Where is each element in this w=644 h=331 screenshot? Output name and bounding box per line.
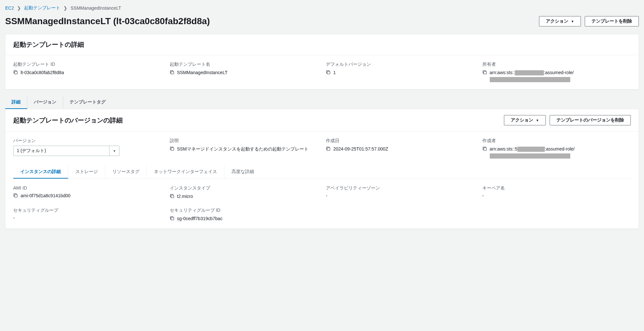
svg-rect-9 bbox=[171, 217, 174, 220]
redacted-icon bbox=[490, 153, 570, 159]
delete-version-button[interactable]: テンプレートのバージョンを削除 bbox=[550, 115, 631, 125]
field-creator: 作成者 arn:aws:sts::5:assumed-role/ bbox=[482, 138, 631, 159]
field-ami-id: AMI ID ami-0f75d1a8c9141bd00 bbox=[13, 185, 162, 200]
breadcrumb: EC2 ❯ 起動テンプレート ❯ SSMManagedInstanceLT bbox=[5, 5, 639, 11]
copy-icon[interactable] bbox=[326, 146, 331, 151]
breadcrumb-current: SSMManagedInstanceLT bbox=[71, 5, 121, 11]
field-value: - bbox=[13, 215, 15, 220]
svg-rect-8 bbox=[171, 195, 174, 198]
caret-down-icon: ▼ bbox=[571, 20, 574, 23]
field-value: 2024-09-25T01:57:57.000Z bbox=[333, 146, 388, 152]
field-value: - bbox=[326, 193, 327, 198]
field-lt-id: 起動テンプレート ID lt-03ca0c80fab2f8d8a bbox=[13, 62, 162, 83]
svg-rect-5 bbox=[327, 148, 330, 150]
template-details-title: 起動テンプレートの詳細 bbox=[13, 40, 631, 49]
tab-instance-details[interactable]: インスタンスの詳細 bbox=[13, 166, 68, 179]
field-label: アベイラビリティーゾーン bbox=[326, 185, 475, 191]
tab-detail[interactable]: 詳細 bbox=[5, 96, 27, 109]
field-instance-type: インスタンスタイプ t2.micro bbox=[170, 185, 318, 200]
chevron-right-icon: ❯ bbox=[63, 5, 67, 11]
field-label: 説明 bbox=[170, 138, 318, 144]
svg-rect-1 bbox=[171, 71, 174, 74]
version-select[interactable]: 1 (デフォルト) ▼ bbox=[13, 146, 119, 156]
field-label: 起動テンプレート名 bbox=[170, 62, 318, 67]
svg-rect-7 bbox=[14, 194, 17, 197]
page-actions: アクション ▼ テンプレートを削除 bbox=[539, 16, 639, 26]
version-subtabs: インスタンスの詳細 ストレージ リソースタグ ネットワークインターフェイス 高度… bbox=[13, 166, 631, 179]
field-version: バージョン 1 (デフォルト) ▼ bbox=[13, 138, 162, 159]
field-value: t2.micro bbox=[177, 193, 193, 200]
version-actions-button[interactable]: アクション ▼ bbox=[504, 115, 546, 125]
copy-icon[interactable] bbox=[13, 193, 18, 198]
delete-template-button[interactable]: テンプレートを削除 bbox=[585, 16, 639, 26]
field-created: 作成日 2024-09-25T01:57:57.000Z bbox=[326, 138, 475, 159]
field-value: lt-03ca0c80fab2f8d8a bbox=[21, 69, 64, 76]
version-details-title: 起動テンプレートのバージョンの詳細 bbox=[13, 116, 123, 125]
field-security-group: セキュリティグループ - bbox=[13, 208, 162, 222]
field-label: バージョン bbox=[13, 138, 162, 144]
svg-rect-6 bbox=[484, 148, 486, 150]
page-header: SSMManagedInstanceLT (lt-03ca0c80fab2f8d… bbox=[5, 16, 639, 26]
page-title: SSMManagedInstanceLT (lt-03ca0c80fab2f8d… bbox=[5, 16, 210, 26]
copy-icon[interactable] bbox=[170, 216, 175, 221]
field-security-group-id: セキュリティグループ ID sg-0cedff7b319cb7bac bbox=[170, 208, 318, 222]
field-value: sg-0cedff7b319cb7bac bbox=[177, 215, 223, 222]
field-keypair: キーペア名 - bbox=[482, 185, 631, 200]
redacted-icon bbox=[490, 77, 570, 82]
field-owner: 所有者 arn:aws:sts:::assumed-role/ bbox=[482, 62, 631, 83]
field-value: 1 bbox=[333, 69, 336, 76]
tab-network-interface[interactable]: ネットワークインターフェイス bbox=[147, 166, 224, 179]
field-label: AMI ID bbox=[13, 185, 162, 190]
field-value: arn:aws:sts::5:assumed-role/ bbox=[490, 146, 631, 159]
version-details-panel: 起動テンプレートのバージョンの詳細 アクション ▼ テンプレートのバージョンを削… bbox=[5, 109, 639, 229]
field-lt-name: 起動テンプレート名 SSMManagedInstanceLT bbox=[170, 62, 318, 83]
field-label: 起動テンプレート ID bbox=[13, 62, 162, 67]
svg-rect-0 bbox=[14, 71, 17, 74]
field-label: 所有者 bbox=[482, 62, 631, 67]
tab-version[interactable]: バージョン bbox=[27, 96, 63, 109]
field-label: インスタンスタイプ bbox=[170, 185, 318, 191]
field-value: SSMManagedInstanceLT bbox=[177, 69, 228, 76]
field-value: arn:aws:sts:::assumed-role/ bbox=[490, 69, 631, 83]
field-value: SSMマネージドインスタンスを起動するための起動テンプレート bbox=[177, 146, 308, 152]
copy-icon[interactable] bbox=[326, 70, 331, 75]
field-value: ami-0f75d1a8c9141bd00 bbox=[21, 192, 71, 199]
main-tabs: 詳細 バージョン テンプレートタグ bbox=[5, 96, 639, 109]
field-value: - bbox=[482, 193, 484, 198]
field-label: デフォルトバージョン bbox=[326, 62, 475, 67]
copy-icon[interactable] bbox=[170, 146, 175, 151]
field-description: 説明 SSMマネージドインスタンスを起動するための起動テンプレート bbox=[170, 138, 318, 159]
field-label: セキュリティグループ bbox=[13, 208, 162, 213]
copy-icon[interactable] bbox=[170, 194, 175, 199]
field-label: キーペア名 bbox=[482, 185, 631, 191]
breadcrumb-launch-templates[interactable]: 起動テンプレート bbox=[24, 5, 60, 11]
redacted-icon bbox=[517, 147, 545, 152]
breadcrumb-ec2[interactable]: EC2 bbox=[5, 5, 14, 11]
copy-icon[interactable] bbox=[482, 146, 487, 151]
caret-down-icon: ▼ bbox=[536, 119, 539, 122]
template-details-panel: 起動テンプレートの詳細 起動テンプレート ID lt-03ca0c80fab2f… bbox=[5, 34, 639, 90]
tab-template-tag[interactable]: テンプレートタグ bbox=[63, 96, 112, 109]
tab-advanced[interactable]: 高度な詳細 bbox=[224, 166, 261, 179]
tab-storage[interactable]: ストレージ bbox=[68, 166, 105, 179]
copy-icon[interactable] bbox=[482, 70, 487, 75]
field-default-version: デフォルトバージョン 1 bbox=[326, 62, 475, 83]
chevron-right-icon: ❯ bbox=[17, 5, 21, 11]
redacted-icon bbox=[515, 70, 544, 75]
copy-icon[interactable] bbox=[13, 70, 18, 75]
svg-rect-4 bbox=[171, 148, 174, 150]
version-actions: アクション ▼ テンプレートのバージョンを削除 bbox=[504, 115, 631, 125]
svg-rect-2 bbox=[327, 71, 330, 74]
copy-icon[interactable] bbox=[170, 70, 175, 75]
field-az: アベイラビリティーゾーン - bbox=[326, 185, 475, 200]
svg-rect-3 bbox=[484, 71, 486, 74]
actions-button[interactable]: アクション ▼ bbox=[539, 16, 581, 26]
field-label: セキュリティグループ ID bbox=[170, 208, 318, 213]
field-label: 作成者 bbox=[482, 138, 631, 144]
field-label: 作成日 bbox=[326, 138, 475, 144]
tab-resource-tag[interactable]: リソースタグ bbox=[105, 166, 147, 179]
